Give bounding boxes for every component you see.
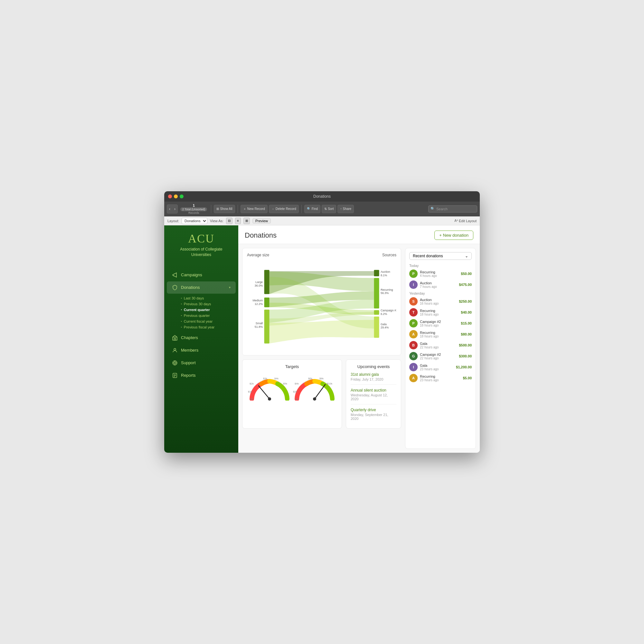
minimize-button[interactable] (174, 194, 178, 198)
donation-item-i2: I Gala 23 hours ago $1,200.00 (409, 363, 472, 371)
recent-header: Recent donations ⌄ (409, 252, 472, 260)
donation-amount-t: $40.00 (461, 310, 472, 314)
gauge-2-svg: $0 $2k $4k $6k $8k $10k (292, 375, 337, 401)
sub-nav-prev-quarter[interactable]: Previous quarter (178, 313, 238, 318)
chevron-down-icon: ⌄ (465, 254, 468, 258)
svg-rect-18 (374, 310, 379, 315)
sidebar-nav: Campaigns Donations ▾ Last 30 days (164, 266, 238, 453)
share-label: Share (343, 207, 351, 211)
donation-type-i2: Gala (420, 364, 454, 367)
donation-type-g: Campaign #2 (420, 353, 457, 356)
donation-time-a1: 18 hours ago (420, 335, 459, 338)
donation-time-i1: 7 hours ago (420, 285, 457, 289)
sub-nav-label: Current quarter (184, 308, 210, 312)
donation-item-s: S Auction 16 hours ago $250.00 (409, 297, 472, 306)
event-date-0: Friday, July 17, 2020 (351, 377, 396, 381)
share-button[interactable]: ↑ Share (337, 205, 354, 213)
sidebar-item-support[interactable]: Support (167, 357, 236, 369)
recent-donations-label: Recent donations (413, 254, 443, 258)
new-donation-button[interactable]: + New donation (434, 231, 473, 240)
support-icon (172, 360, 178, 366)
svg-text:8.1%: 8.1% (381, 274, 387, 277)
event-item-2: Quarterly drive Monday, September 21, 20… (351, 408, 396, 424)
event-item-0: 31st alumni gala Friday, July 17, 2020 (351, 372, 396, 385)
show-all-button[interactable]: ⊞ Show All (214, 205, 235, 213)
svg-text:$4k: $4k (274, 377, 279, 380)
edit-layout-button[interactable]: Aᴬ Edit Layout (454, 219, 477, 223)
svg-text:29.4%: 29.4% (381, 326, 389, 329)
total-label: 2 Total (Unsorted) (180, 207, 207, 211)
find-button[interactable]: 🔍 Find (304, 205, 320, 213)
svg-text:$0: $0 (250, 398, 253, 401)
donation-amount-p1: $50.00 (461, 272, 472, 276)
donation-info-i2: Gala 23 hours ago (420, 364, 454, 371)
svg-text:$2k: $2k (293, 390, 298, 393)
view-list-button[interactable]: ≡ (235, 218, 241, 224)
view-form-button[interactable]: ⊟ (226, 218, 232, 224)
svg-rect-1 (174, 338, 176, 340)
svg-point-35 (268, 397, 271, 401)
donation-info-p1: Recurring 4 hours ago (420, 270, 459, 278)
new-record-button[interactable]: ＋ New Record (241, 205, 268, 213)
chapters-label: Chapters (181, 335, 198, 340)
donation-type-t: Recurring (420, 309, 459, 313)
search-field[interactable]: 🔍 (428, 205, 477, 213)
donation-time-g: 22 hours ago (420, 356, 457, 360)
donor-avatar-i1: I (409, 280, 418, 289)
close-button[interactable] (168, 194, 172, 198)
sidebar-item-reports[interactable]: Reports (167, 369, 236, 382)
recent-donations-dropdown[interactable]: Recent donations ⌄ (409, 252, 472, 260)
sub-nav-prev-fiscal[interactable]: Previous fiscal year (178, 324, 238, 330)
sub-nav-current-fiscal[interactable]: Current fiscal year (178, 318, 238, 324)
maximize-button[interactable] (180, 194, 184, 198)
shield-icon (172, 285, 178, 290)
donation-type-s: Auction (420, 298, 457, 302)
donor-avatar-p1: P (409, 270, 418, 278)
svg-point-4 (174, 362, 176, 364)
records-info: 1 2 Total (Unsorted) Records (180, 204, 207, 214)
event-name-2[interactable]: Quarterly drive (351, 408, 396, 412)
layout-select[interactable]: Donations (182, 218, 207, 224)
donation-info-b: Gala 22 hours ago (420, 342, 457, 349)
find-label: Find (312, 207, 318, 211)
donor-avatar-b: B (409, 341, 418, 349)
event-name-1[interactable]: Annual silent auction (351, 388, 396, 393)
svg-text:Auction: Auction (381, 270, 390, 273)
forward-button[interactable]: › (172, 205, 177, 213)
svg-text:36.0%: 36.0% (255, 284, 263, 287)
sankey-svg: Large 36.0% Medium 12.2% Small 51.8% Auc… (247, 260, 396, 351)
sidebar-item-members[interactable]: Members (167, 344, 236, 356)
svg-rect-17 (374, 278, 379, 309)
today-section: Today P Recurring 4 hours ago $50.00 I (409, 264, 472, 289)
person-icon (172, 347, 178, 353)
svg-text:Recurring: Recurring (381, 288, 393, 291)
donation-amount-g: $300.00 (459, 354, 472, 358)
view-table-button[interactable]: ⊞ (243, 218, 250, 224)
preview-button[interactable]: Preview (252, 218, 271, 223)
donation-amount-i2: $1,200.00 (456, 365, 472, 369)
sub-nav-prev30[interactable]: Previous 30 days (178, 301, 238, 307)
back-button[interactable]: ‹ (167, 205, 172, 213)
sidebar-item-donations[interactable]: Donations ▾ (167, 281, 236, 294)
sort-button[interactable]: ⇅ Sort (322, 205, 336, 213)
donations-label: Donations (181, 285, 200, 290)
donor-avatar-t: T (409, 308, 418, 317)
delete-record-button[interactable]: － Delete Record (269, 205, 299, 213)
gauge-1: $0 $1k $2k $3k $4k $5k (247, 375, 292, 401)
bottom-panels: Targets (242, 359, 401, 429)
building-icon (172, 335, 178, 341)
event-name-0[interactable]: 31st alumni gala (351, 372, 396, 377)
svg-rect-16 (374, 270, 379, 277)
donation-type-p1: Recurring (420, 270, 459, 274)
svg-rect-13 (264, 270, 270, 294)
sidebar-item-chapters[interactable]: Chapters (167, 332, 236, 344)
donation-time-i2: 23 hours ago (420, 367, 454, 371)
svg-text:$1k: $1k (248, 390, 252, 393)
sub-nav-last30[interactable]: Last 30 days (178, 295, 238, 301)
sidebar-item-campaigns[interactable]: Campaigns (167, 269, 236, 281)
sub-nav-current-quarter[interactable]: Current quarter (178, 307, 238, 313)
donation-time-s: 16 hours ago (420, 302, 457, 305)
search-input[interactable] (436, 207, 475, 211)
share-icon: ↑ (340, 207, 342, 211)
svg-text:$2k: $2k (250, 382, 254, 385)
